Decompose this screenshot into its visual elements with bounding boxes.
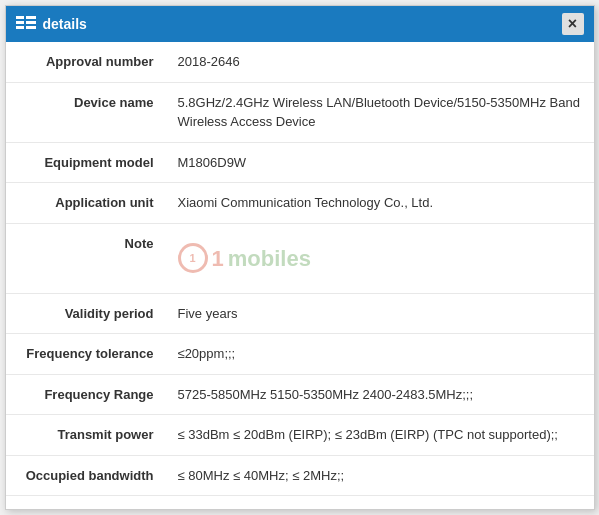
row-label: Occupied bandwidth [6, 455, 166, 496]
row-value: Xiaomi Communication Technology Co., Ltd… [166, 183, 594, 224]
modal-body: Approval number2018-2646Device name5.8GH… [6, 42, 594, 509]
row-value: ≤ 80MHz ≤ 40MHz; ≤ 2MHz;; [166, 455, 594, 496]
row-value: Five years [166, 293, 594, 334]
svg-rect-4 [16, 26, 24, 29]
row-label: Frequency Range [6, 374, 166, 415]
table-row: Approval number2018-2646 [6, 42, 594, 82]
table-row: Spurious emission<-30dBm;;; [6, 496, 594, 510]
row-label: Application unit [6, 183, 166, 224]
row-value: 5.8GHz/2.4GHz Wireless LAN/Bluetooth Dev… [166, 82, 594, 142]
row-label: Device name [6, 82, 166, 142]
svg-rect-5 [26, 26, 36, 29]
table-row: Note11mobiles [6, 223, 594, 293]
svg-rect-0 [16, 16, 24, 19]
table-row: Application unitXiaomi Communication Tec… [6, 183, 594, 224]
svg-rect-3 [26, 21, 36, 24]
row-label: Equipment model [6, 142, 166, 183]
close-button[interactable]: × [562, 13, 584, 35]
details-table: Approval number2018-2646Device name5.8GH… [6, 42, 594, 509]
row-label: Spurious emission [6, 496, 166, 510]
row-label: Validity period [6, 293, 166, 334]
row-value: 2018-2646 [166, 42, 594, 82]
note-watermark: 11mobiles [166, 223, 594, 293]
modal-header: details × [6, 6, 594, 42]
table-row: Frequency tolerance≤20ppm;;; [6, 334, 594, 375]
table-row: Validity periodFive years [6, 293, 594, 334]
row-value: ≤ 33dBm ≤ 20dBm (EIRP); ≤ 23dBm (EIRP) (… [166, 415, 594, 456]
details-icon [16, 16, 36, 32]
row-label: Approval number [6, 42, 166, 82]
row-label: Transmit power [6, 415, 166, 456]
row-value: <-30dBm;;; [166, 496, 594, 510]
modal-title: details [43, 16, 87, 32]
row-label: Frequency tolerance [6, 334, 166, 375]
row-value: ≤20ppm;;; [166, 334, 594, 375]
row-value: 5725-5850MHz 5150-5350MHz 2400-2483.5MHz… [166, 374, 594, 415]
header-left: details [16, 16, 87, 32]
svg-rect-1 [26, 16, 36, 19]
row-label: Note [6, 223, 166, 293]
details-modal: details × Approval number2018-2646Device… [5, 5, 595, 510]
table-row: Device name5.8GHz/2.4GHz Wireless LAN/Bl… [6, 82, 594, 142]
table-row: Frequency Range5725-5850MHz 5150-5350MHz… [6, 374, 594, 415]
row-value: M1806D9W [166, 142, 594, 183]
table-row: Equipment modelM1806D9W [6, 142, 594, 183]
table-row: Occupied bandwidth≤ 80MHz ≤ 40MHz; ≤ 2MH… [6, 455, 594, 496]
table-row: Transmit power≤ 33dBm ≤ 20dBm (EIRP); ≤ … [6, 415, 594, 456]
svg-rect-2 [16, 21, 24, 24]
